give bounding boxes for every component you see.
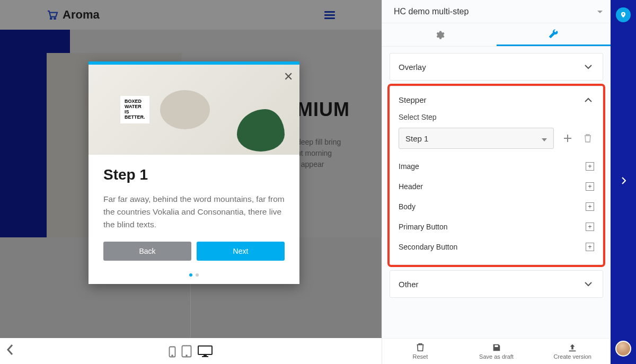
- settings-tab[interactable]: [382, 23, 497, 46]
- trash-icon: [416, 343, 425, 352]
- svg-rect-8: [202, 356, 208, 357]
- gear-icon: [434, 30, 445, 40]
- site-brand: Aroma: [47, 8, 100, 22]
- expand-icon[interactable]: +: [586, 162, 594, 171]
- stepper-section: Stepper Select Step Step 1: [390, 86, 603, 265]
- svg-rect-7: [204, 354, 207, 356]
- other-label: Other: [399, 280, 419, 289]
- editor-header: HC demo multi-step: [382, 0, 611, 23]
- hero-subtitle: deep fill bring ut morning t appear: [297, 137, 350, 170]
- hero-text: MIUM deep fill bring ut morning t appear: [297, 99, 350, 170]
- stepper-item-body[interactable]: Body+: [399, 197, 594, 217]
- device-switcher: [169, 345, 213, 358]
- save-draft-button[interactable]: Save as draft: [458, 339, 535, 364]
- add-step-button[interactable]: [561, 132, 574, 145]
- svg-point-0: [50, 18, 52, 20]
- overlay-section-header[interactable]: Overlay: [390, 54, 603, 80]
- caret-down-icon: [542, 134, 547, 143]
- stepper-label: Stepper: [399, 95, 427, 104]
- editor-tabs: [382, 23, 611, 47]
- step-select-value: Step 1: [405, 134, 428, 143]
- site-header: Aroma: [0, 0, 382, 30]
- back-arrow-icon[interactable]: [6, 344, 14, 359]
- stepper-item-secondary-button[interactable]: Secondary Button+: [399, 237, 594, 257]
- step-select[interactable]: Step 1: [399, 128, 554, 149]
- mobile-device-icon[interactable]: [169, 346, 176, 358]
- editor-body: Overlay Stepper Select Step: [382, 47, 611, 338]
- select-step-label: Select Step: [399, 113, 594, 121]
- user-avatar[interactable]: [615, 341, 631, 357]
- back-button[interactable]: Back: [103, 242, 191, 261]
- reset-button[interactable]: Reset: [382, 339, 458, 364]
- overlay-section: Overlay: [390, 53, 603, 81]
- boxed-water-label: BOXED WATER IS BETTER.: [120, 96, 149, 123]
- dot-2[interactable]: [196, 273, 199, 277]
- cart-icon: [47, 10, 58, 20]
- right-ribbon: [611, 0, 636, 364]
- wrench-icon: [548, 29, 559, 39]
- expand-icon[interactable]: +: [586, 182, 594, 191]
- editor-footer: Reset Save as draft Create version: [382, 338, 611, 364]
- chevron-down-icon: [582, 60, 594, 74]
- app-badge-icon[interactable]: [616, 7, 631, 22]
- chevron-up-icon: [582, 93, 594, 106]
- hero-title: MIUM: [297, 99, 350, 121]
- editor-title-dropdown-icon[interactable]: [595, 4, 605, 19]
- other-section-header[interactable]: Other: [390, 271, 603, 297]
- pagination-dots: [89, 270, 299, 284]
- close-icon[interactable]: ✕: [284, 70, 293, 84]
- expand-icon[interactable]: +: [586, 243, 594, 251]
- stepper-modal: BOXED WATER IS BETTER. ✕ Step 1 Far far …: [89, 61, 299, 284]
- svg-point-3: [172, 355, 173, 356]
- stepper-item-primary-button[interactable]: Primary Button+: [399, 217, 594, 237]
- expand-icon[interactable]: +: [586, 202, 594, 211]
- svg-rect-6: [198, 346, 212, 354]
- stepper-section-header[interactable]: Stepper: [390, 86, 603, 113]
- preview-bottom-bar: [0, 338, 382, 364]
- modal-body-text: Far far away, behind the word mountains,…: [103, 193, 285, 231]
- expand-icon[interactable]: +: [586, 223, 594, 231]
- build-tab[interactable]: [497, 23, 611, 46]
- brand-name: Aroma: [63, 8, 100, 22]
- preview-panel: Aroma MIUM deep fill bring ut morning t …: [0, 0, 382, 364]
- other-section: Other: [390, 270, 603, 298]
- overlay-label: Overlay: [399, 63, 426, 72]
- save-icon: [492, 343, 501, 352]
- leaf-graphic: [237, 109, 285, 152]
- stepper-item-image[interactable]: Image+: [399, 156, 594, 176]
- upload-icon: [568, 343, 577, 352]
- modal-title: Step 1: [103, 166, 285, 183]
- delete-step-button[interactable]: [581, 132, 594, 145]
- stepper-item-header[interactable]: Header+: [399, 176, 594, 197]
- hamburger-menu-icon[interactable]: [324, 11, 335, 19]
- ribbon-expand-icon[interactable]: [621, 177, 626, 187]
- chevron-down-icon: [582, 277, 594, 291]
- editor-title: HC demo multi-step: [394, 7, 595, 16]
- next-button[interactable]: Next: [197, 242, 285, 261]
- desktop-device-icon[interactable]: [197, 345, 213, 358]
- create-version-button[interactable]: Create version: [534, 339, 611, 364]
- svg-point-1: [54, 18, 56, 20]
- tablet-device-icon[interactable]: [181, 345, 192, 358]
- editor-panel: HC demo multi-step Overlay: [382, 0, 611, 364]
- hat-graphic: [160, 90, 210, 129]
- svg-point-5: [186, 355, 187, 356]
- modal-image: BOXED WATER IS BETTER. ✕: [89, 65, 299, 155]
- dot-1[interactable]: [189, 273, 192, 277]
